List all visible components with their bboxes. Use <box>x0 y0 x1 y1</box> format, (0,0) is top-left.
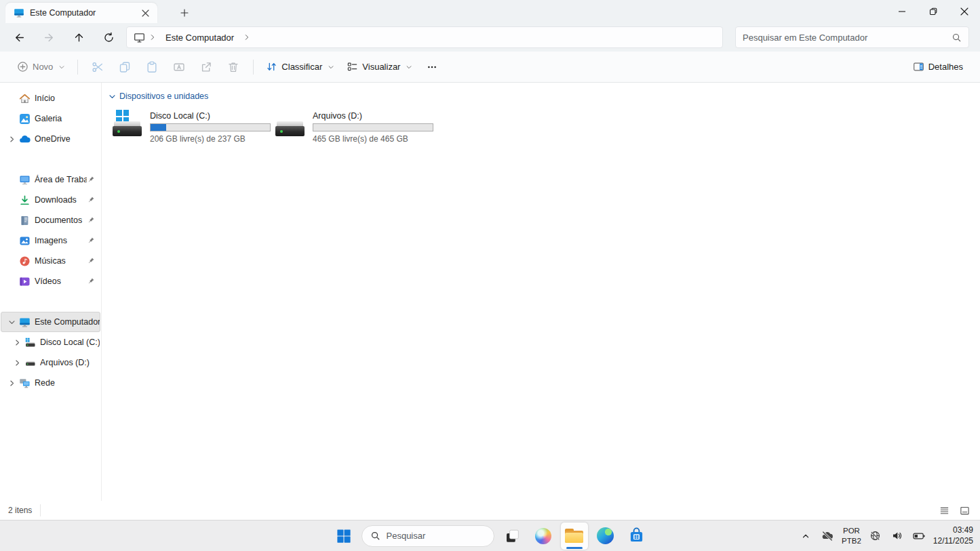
taskbar-search[interactable]: Pesquisar <box>361 525 494 547</box>
explorer-tab[interactable]: Este Computador <box>5 3 157 23</box>
list-view-toggle[interactable] <box>937 503 952 518</box>
sidebar-item-home[interactable]: Início <box>1 88 100 108</box>
sidebar-item-disk-c[interactable]: Disco Local (C:) <box>1 332 100 352</box>
task-view-button[interactable] <box>498 523 526 550</box>
pin-icon[interactable] <box>87 257 96 265</box>
sidebar-label: Músicas <box>35 256 87 266</box>
sidebar-item-disk-d[interactable]: Arquivos (D:) <box>1 352 100 373</box>
chevron-down-icon[interactable] <box>109 93 116 100</box>
drive-free-space: 465 GB livre(s) de 465 GB <box>313 134 433 144</box>
delete-button[interactable] <box>220 56 247 79</box>
clock[interactable]: 03:49 12/11/2025 <box>933 525 973 546</box>
sidebar-item-videos[interactable]: Vídeos <box>1 271 100 291</box>
breadcrumb-chevron-icon[interactable] <box>148 34 157 41</box>
group-header-devices[interactable]: Dispositivos e unidades <box>109 89 980 103</box>
paste-button[interactable] <box>138 56 165 79</box>
drive-tile-d[interactable]: Arquivos (D:) 465 GB livre(s) de 465 GB <box>271 107 434 146</box>
taskbar: Pesquisar POR <box>0 520 980 551</box>
store-button[interactable] <box>623 523 650 550</box>
up-button[interactable] <box>66 26 91 49</box>
restore-button[interactable] <box>918 0 949 23</box>
chevron-down-icon[interactable] <box>8 319 18 326</box>
item-count: 2 itens <box>8 504 41 516</box>
new-button[interactable]: Novo <box>11 56 71 79</box>
chevron-right-icon[interactable] <box>8 136 18 143</box>
pin-icon[interactable] <box>87 176 96 184</box>
downloads-icon <box>19 195 31 206</box>
new-tab-button[interactable] <box>176 5 193 21</box>
breadcrumb-chevron-icon[interactable] <box>242 34 252 41</box>
navigation-pane: Início Galeria OneDrive <box>0 83 102 501</box>
sidebar-item-gallery[interactable]: Galeria <box>1 108 100 129</box>
copilot-button[interactable] <box>530 523 557 550</box>
pin-icon[interactable] <box>87 216 96 224</box>
drive-tile-c[interactable]: Disco Local (C:) 206 GB livre(s) de 237 … <box>109 107 271 146</box>
language-indicator[interactable]: POR PTB2 <box>842 526 861 546</box>
gallery-icon <box>19 113 31 125</box>
pin-icon[interactable] <box>87 237 96 245</box>
sort-button[interactable]: Classificar <box>260 56 340 79</box>
search-input[interactable]: Pesquisar em Este Computador <box>735 26 969 48</box>
chevron-right-icon[interactable] <box>8 380 18 387</box>
new-button-label: Novo <box>33 62 53 72</box>
sidebar-item-onedrive[interactable]: OneDrive <box>1 129 100 149</box>
details-pane-button[interactable]: Detalhes <box>907 56 969 79</box>
volume-icon[interactable] <box>890 527 905 545</box>
sidebar-label: Imagens <box>35 236 87 245</box>
view-button[interactable]: Visualizar <box>340 56 418 79</box>
copy-button[interactable] <box>111 56 138 79</box>
sidebar-item-downloads[interactable]: Downloads <box>1 190 100 210</box>
search-icon <box>952 33 962 43</box>
edge-button[interactable] <box>592 523 619 550</box>
search-placeholder: Pesquisar em Este Computador <box>743 33 952 43</box>
chevron-right-icon[interactable] <box>14 359 23 367</box>
music-icon <box>19 256 31 267</box>
onedrive-offline-icon[interactable] <box>820 527 835 545</box>
sidebar-item-music[interactable]: Músicas <box>1 251 100 271</box>
chevron-down-icon <box>58 64 65 70</box>
sidebar-label: Este Computador <box>35 317 100 327</box>
drive-d-icon <box>24 357 36 369</box>
running-indicator <box>566 547 583 549</box>
sidebar-item-this-pc[interactable]: Este Computador <box>1 312 100 332</box>
more-options-button[interactable] <box>418 56 446 79</box>
sort-arrows-icon <box>266 61 277 73</box>
cut-button[interactable] <box>84 56 111 79</box>
back-button[interactable] <box>7 26 31 49</box>
pin-icon[interactable] <box>87 196 96 204</box>
sort-button-label: Classificar <box>281 62 322 72</box>
details-pane-icon <box>913 61 924 73</box>
view-button-label: Visualizar <box>362 62 400 72</box>
window-controls <box>886 0 980 23</box>
tray-chevron-up-icon[interactable] <box>798 527 813 545</box>
battery-icon[interactable] <box>912 527 926 545</box>
sidebar-item-network[interactable]: Rede <box>1 373 100 393</box>
network-icon <box>19 377 31 389</box>
breadcrumb[interactable]: Este Computador <box>126 26 723 48</box>
close-button[interactable] <box>949 0 980 23</box>
forward-button[interactable] <box>37 26 61 49</box>
tab-close-icon[interactable] <box>137 5 153 21</box>
sidebar-item-documents[interactable]: Documentos <box>1 210 100 230</box>
plus-circle-icon <box>17 61 28 73</box>
large-thumbnails-toggle[interactable] <box>957 503 972 518</box>
share-button[interactable] <box>193 56 220 79</box>
breadcrumb-this-pc[interactable]: Este Computador <box>160 33 239 43</box>
file-explorer-icon <box>565 529 583 543</box>
refresh-button[interactable] <box>96 26 121 49</box>
pin-icon[interactable] <box>87 277 96 285</box>
sidebar-item-pictures[interactable]: Imagens <box>1 230 100 251</box>
start-button[interactable] <box>330 523 357 550</box>
sidebar-item-desktop[interactable]: Área de Trabalho <box>1 169 100 190</box>
drive-c-large-icon <box>113 110 144 140</box>
language-code: POR <box>842 526 861 535</box>
chevron-down-icon <box>406 64 412 70</box>
minimize-button[interactable] <box>886 0 918 23</box>
address-bar-row: Este Computador Pesquisar em Este Comput… <box>0 23 980 52</box>
rename-button[interactable] <box>165 56 193 79</box>
toolbar-divider <box>77 60 78 75</box>
no-internet-icon[interactable] <box>868 527 883 545</box>
file-explorer-button[interactable] <box>561 523 588 550</box>
chevron-right-icon[interactable] <box>14 339 23 346</box>
time: 03:49 <box>933 525 973 536</box>
